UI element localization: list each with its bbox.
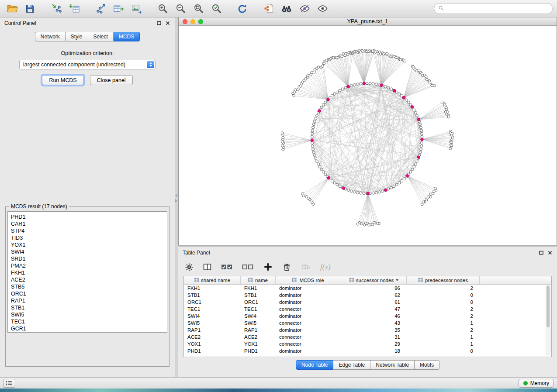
control-panel: Control Panel NetworkStyleSelectMCDS Opt…	[0, 17, 175, 377]
mcds-result-title: MCDS result (17 nodes)	[9, 203, 69, 210]
mcds-node-car1[interactable]: CAR1	[11, 220, 167, 227]
tab-mcds[interactable]: MCDS	[114, 32, 140, 41]
mcds-node-gcr1[interactable]: GCR1	[11, 325, 167, 332]
float-panel-icon[interactable]	[156, 21, 162, 26]
tab-motifs[interactable]: Motifs	[415, 360, 439, 370]
mcds-node-tec1[interactable]: TEC1	[11, 318, 167, 325]
mcds-node-orc1[interactable]: ORC1	[11, 290, 167, 297]
close-panel-icon[interactable]	[165, 21, 170, 26]
toolbar-group	[93, 2, 144, 16]
mcds-node-rap1[interactable]: RAP1	[11, 297, 167, 304]
refresh-icon[interactable]	[235, 2, 250, 16]
export-table-icon[interactable]	[111, 2, 126, 16]
mcds-node-stp4[interactable]: STP4	[11, 227, 167, 234]
tab-edge-table[interactable]: Edge Table	[333, 360, 370, 370]
mcds-node-ace2[interactable]: ACE2	[11, 276, 167, 283]
search-objects-icon[interactable]	[279, 2, 294, 16]
close-panel-button[interactable]: Close panel	[90, 75, 133, 85]
table-scrollbar[interactable]	[546, 285, 550, 355]
table-scrollbar-thumb[interactable]	[547, 286, 550, 327]
tab-network-table[interactable]: Network Table	[370, 360, 415, 370]
column-header[interactable]: successor nodes	[341, 276, 407, 284]
memory-button[interactable]: Memory	[519, 379, 554, 388]
open-icon[interactable]	[4, 2, 20, 16]
select-all-icon[interactable]	[221, 262, 233, 272]
mcds-node-pma2[interactable]: PMA2	[11, 262, 167, 269]
mcds-node-srd1[interactable]: SRD1	[11, 255, 167, 262]
deselect-all-icon[interactable]	[242, 262, 254, 272]
table-toolbar: f(x)	[178, 258, 557, 276]
table-row[interactable]: FKH1 FKH1 dominator 96 2	[184, 285, 551, 292]
status-bar: Memory	[0, 377, 557, 389]
tab-network[interactable]: Network	[35, 32, 66, 41]
zoom-selected-icon[interactable]	[208, 2, 224, 16]
table-row[interactable]: YOX1 YOX1 connector 29 1	[184, 340, 551, 347]
toolbar-group	[4, 2, 38, 16]
tab-node-table[interactable]: Node Table	[296, 360, 334, 370]
table-row[interactable]: RAP1 RAP1 dominator 35 2	[184, 327, 551, 334]
vertical-splitter[interactable]	[175, 17, 178, 377]
import-network-icon[interactable]	[48, 2, 64, 16]
function-icon: f(x)	[320, 263, 331, 272]
column-header[interactable]: predecessor nodes	[407, 276, 480, 284]
table-row[interactable]: STB1 STB1 dominator 62 0	[184, 292, 551, 299]
gear-icon[interactable]	[185, 263, 194, 272]
network-canvas[interactable]	[179, 26, 557, 245]
float-table-panel-icon[interactable]	[539, 250, 544, 255]
column-header[interactable]: shared name	[184, 276, 241, 284]
table-row[interactable]: TEC1 TEC1 connector 47 2	[184, 306, 551, 313]
toolbar-group	[48, 2, 82, 16]
hide-selected-icon[interactable]	[297, 2, 312, 16]
tab-style[interactable]: Style	[66, 32, 88, 41]
zoom-out-icon[interactable]	[173, 2, 188, 16]
table-row[interactable]: SWI4 SWI4 dominator 46 2	[184, 313, 551, 320]
table-panel-tabs: Node TableEdge TableNetwork TableMotifs	[178, 360, 557, 370]
mcds-result-list: PHD1CAR1STP4TID3YOX1SWI4SRD1PMA2FKH1ACE2…	[7, 211, 167, 333]
add-row-icon[interactable]	[263, 262, 273, 272]
mcds-node-stb5[interactable]: STB5	[11, 283, 167, 290]
network-window-titlebar[interactable]: YPA_prune.txt_1	[179, 17, 557, 26]
column-header[interactable]: name	[241, 276, 276, 284]
table-row[interactable]: SWI5 SWI5 connector 43 1	[184, 320, 551, 327]
mcds-node-swi5[interactable]: SWI5	[11, 311, 167, 318]
zoom-fit-icon[interactable]	[190, 2, 206, 16]
window-zoom-button[interactable]	[198, 19, 203, 24]
table-row[interactable]: PHD1 PHD1 dominator 18 0	[184, 347, 551, 354]
table-row[interactable]: ACE2 ACE2 connector 31 1	[184, 334, 551, 340]
criterion-select[interactable]: largest connected component (undirected)	[19, 60, 156, 69]
mcds-node-fkh1[interactable]: FKH1	[11, 269, 167, 276]
show-all-icon[interactable]	[315, 2, 330, 16]
window-close-button[interactable]	[183, 19, 187, 24]
import-table-disabled-icon	[301, 263, 311, 271]
close-table-panel-icon[interactable]	[547, 250, 553, 255]
sort-indicator-icon	[396, 279, 398, 281]
export-image-icon[interactable]	[128, 2, 144, 16]
search-box[interactable]	[434, 3, 553, 14]
save-icon[interactable]	[22, 2, 38, 16]
collapse-right-icon[interactable]	[175, 199, 177, 203]
export-network-icon[interactable]	[93, 2, 108, 16]
collapse-left-icon[interactable]	[175, 194, 177, 197]
node-table: shared name name	[183, 276, 552, 357]
columns-icon[interactable]	[203, 262, 212, 272]
window-minimize-button[interactable]	[190, 19, 195, 24]
mcds-node-yox1[interactable]: YOX1	[11, 241, 167, 248]
delete-row-icon[interactable]	[282, 262, 291, 272]
table-row[interactable]: ORC1 ORC1 dominator 61 0	[184, 299, 551, 306]
zoom-in-icon[interactable]	[155, 2, 170, 16]
network-graph[interactable]	[179, 26, 557, 244]
column-table-icon	[248, 278, 253, 283]
run-mcds-button[interactable]: Run MCDS	[42, 75, 83, 85]
mcds-node-tid3[interactable]: TID3	[11, 234, 167, 241]
column-header[interactable]: MCDS role	[276, 276, 341, 284]
mcds-node-swi4[interactable]: SWI4	[11, 248, 167, 255]
import-table-icon[interactable]	[66, 2, 82, 16]
desktop-wallpaper	[0, 389, 557, 392]
control-panel-title: Control Panel	[4, 20, 36, 26]
hidden-panels-menu-icon[interactable]	[3, 379, 15, 388]
tab-select[interactable]: Select	[88, 32, 114, 41]
clone-network-icon[interactable]	[261, 2, 277, 16]
mcds-node-stb1[interactable]: STB1	[11, 304, 167, 311]
mcds-node-phd1[interactable]: PHD1	[11, 213, 167, 220]
search-input[interactable]	[446, 6, 548, 12]
